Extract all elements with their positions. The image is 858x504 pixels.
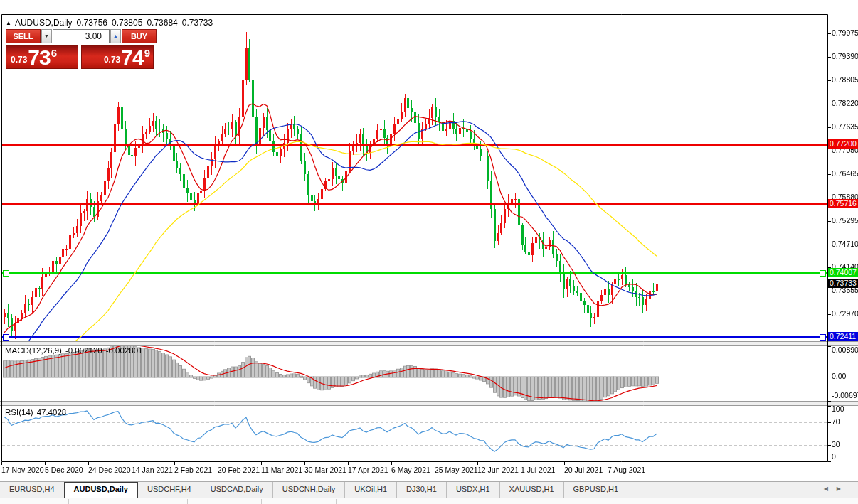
volume-increase-button[interactable]: ▲ xyxy=(110,29,121,43)
trading-platform-window: 5M30H1H4D1W1MN ▲AUDUSD,Daily0.737560.738… xyxy=(0,0,858,504)
sell-price-big: 73 xyxy=(28,48,50,68)
panel-column-separator xyxy=(187,499,188,504)
panel-column-separator xyxy=(261,499,262,504)
sell-price-display[interactable]: 0.73 73 6 xyxy=(6,45,78,69)
buy-price-pip: 9 xyxy=(144,47,150,59)
chart-tab-audusd-daily[interactable]: AUDUSD,Daily xyxy=(64,482,138,498)
one-click-trade-panel: SELL ▼ 3.00 ▲ BUY 0.73 73 6 0.73 74 9 xyxy=(6,29,157,69)
chart-tab-usdcnh-daily[interactable]: USDCNH,Daily xyxy=(272,482,345,498)
chart-tab-usdchf-h4[interactable]: USDCHF,H4 xyxy=(138,482,201,498)
buy-price-prefix: 0.73 xyxy=(104,55,120,65)
chart-tab-usdx-h1[interactable]: USDX,H1 xyxy=(446,482,499,498)
panel-column-separator xyxy=(336,499,337,504)
buy-price-display[interactable]: 0.73 74 9 xyxy=(81,45,154,69)
tab-scroll-right-icon[interactable]: ▶ xyxy=(837,486,849,492)
panel-column-separator xyxy=(120,499,120,504)
chart-tab-xauusd-h1[interactable]: XAUUSD,H1 xyxy=(499,482,563,498)
chart-tab-ukoil-h1[interactable]: UKOil,H1 xyxy=(344,482,396,498)
sell-button[interactable]: SELL xyxy=(6,29,41,43)
buy-price-big: 74 xyxy=(121,48,143,68)
chart-tab-usdcad-daily[interactable]: USDCAD,Daily xyxy=(201,482,272,498)
chart-tab-eurusd-h4[interactable]: EURUSD,H4 xyxy=(0,482,64,498)
chart-tabs-bar: EURUSD,H4AUDUSD,DailyUSDCHF,H4USDCAD,Dai… xyxy=(0,481,858,498)
chart-tab-gbpusd-h1[interactable]: GBPUSD,H1 xyxy=(563,482,628,498)
tab-scroll-arrows: ◀▶ xyxy=(824,486,849,492)
chart-tab-dj30-h1[interactable]: DJ30,H1 xyxy=(396,482,446,498)
sell-price-pip: 6 xyxy=(51,47,57,59)
buy-button[interactable]: BUY xyxy=(122,29,157,43)
volume-decrease-button[interactable]: ▼ xyxy=(41,29,52,43)
panel-column-separator xyxy=(68,499,69,504)
tab-scroll-left-icon[interactable]: ◀ xyxy=(824,486,837,492)
volume-input[interactable]: 3.00 xyxy=(53,29,110,43)
chart-canvas[interactable] xyxy=(0,0,858,469)
sell-price-prefix: 0.73 xyxy=(11,55,27,65)
docked-panel-edge xyxy=(0,498,858,504)
